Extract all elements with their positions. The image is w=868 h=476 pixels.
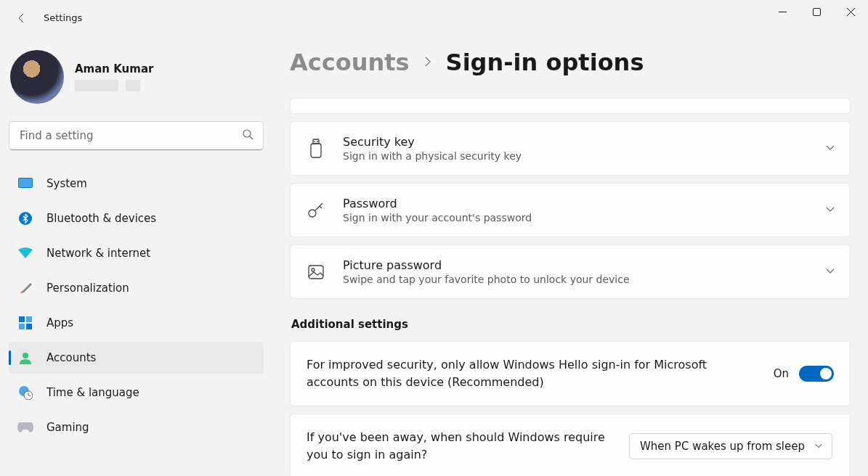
sidebar-item-apps[interactable]: Apps	[9, 307, 264, 339]
close-button[interactable]	[834, 0, 868, 23]
option-subtitle: Sign in with a physical security key	[343, 150, 809, 162]
bluetooth-icon	[17, 210, 33, 226]
signin-option-picture-password[interactable]: Picture password Swipe and tap your favo…	[290, 245, 851, 299]
sidebar-item-label: Network & internet	[46, 247, 150, 260]
signin-option-security-key[interactable]: Security key Sign in with a physical sec…	[290, 121, 851, 176]
breadcrumb-parent[interactable]: Accounts	[290, 49, 410, 76]
signin-option-collapsed-prev[interactable]	[290, 98, 851, 114]
paintbrush-icon	[17, 280, 33, 296]
avatar	[10, 50, 64, 104]
hello-only-toggle[interactable]	[799, 366, 834, 382]
svg-point-13	[23, 353, 28, 358]
svg-rect-12	[26, 324, 32, 329]
back-button[interactable]	[10, 7, 33, 30]
system-icon	[17, 176, 33, 192]
svg-rect-7	[19, 178, 32, 187]
usb-key-icon	[305, 138, 327, 160]
profile-info: Aman Kumar	[75, 62, 153, 91]
toggle-wrap: On	[774, 366, 834, 382]
option-subtitle: Swipe and tap your favorite photo to unl…	[343, 274, 809, 285]
wifi-icon	[17, 245, 33, 261]
svg-point-22	[312, 268, 315, 271]
arrow-left-icon	[16, 12, 28, 24]
additional-settings-heading: Additional settings	[291, 318, 851, 331]
profile-name: Aman Kumar	[75, 62, 153, 75]
clock-globe-icon	[17, 385, 33, 401]
setting-text: If you've been away, when should Windows…	[307, 429, 612, 464]
sidebar-item-accounts[interactable]: Accounts	[9, 342, 264, 374]
sidebar: Aman Kumar System Bluetooth & devices	[0, 36, 272, 476]
maximize-icon	[813, 8, 821, 16]
svg-point-20	[309, 210, 316, 217]
window-title: Settings	[44, 12, 82, 23]
search-wrap	[9, 121, 264, 150]
sidebar-item-personalization[interactable]: Personalization	[9, 272, 264, 304]
minimize-icon	[779, 8, 787, 16]
sidebar-item-label: Personalization	[46, 282, 129, 295]
svg-rect-16	[313, 139, 319, 144]
svg-rect-17	[311, 144, 321, 157]
toggle-state-label: On	[774, 367, 789, 380]
chevron-down-icon	[825, 265, 835, 279]
picture-icon	[305, 261, 327, 283]
svg-rect-10	[26, 316, 32, 322]
sidebar-item-gaming[interactable]: Gaming	[9, 411, 264, 443]
option-title: Password	[343, 197, 809, 210]
search-input[interactable]	[9, 121, 264, 150]
chevron-down-icon	[814, 440, 823, 453]
sidebar-item-label: Apps	[46, 316, 73, 329]
chevron-right-icon	[423, 56, 433, 70]
svg-rect-11	[19, 324, 25, 329]
chevron-down-icon	[825, 141, 835, 155]
option-subtitle: Sign in with your account's password	[343, 212, 809, 223]
person-icon	[17, 350, 33, 366]
sidebar-item-bluetooth[interactable]: Bluetooth & devices	[9, 202, 264, 234]
sidebar-item-system[interactable]: System	[9, 168, 264, 200]
window-controls	[766, 0, 868, 23]
option-title: Picture password	[343, 258, 809, 272]
sidebar-item-time-language[interactable]: Time & language	[9, 377, 264, 409]
sidebar-item-label: Gaming	[46, 421, 89, 434]
option-title: Security key	[343, 135, 809, 149]
signin-option-password[interactable]: Password Sign in with your account's pas…	[290, 183, 851, 237]
main-content: Accounts Sign-in options Security key Si…	[272, 36, 868, 476]
gamepad-icon	[17, 419, 33, 435]
hello-only-setting: For improved security, only allow Window…	[290, 341, 851, 406]
profile-email-redacted	[75, 80, 153, 91]
minimize-button[interactable]	[766, 0, 800, 23]
search-icon	[242, 128, 253, 143]
nav: System Bluetooth & devices Network & int…	[9, 168, 264, 443]
sidebar-item-network[interactable]: Network & internet	[9, 237, 264, 269]
require-signin-select[interactable]: When PC wakes up from sleep	[629, 433, 832, 459]
sidebar-item-label: Bluetooth & devices	[46, 212, 156, 225]
setting-text: For improved security, only allow Window…	[307, 356, 756, 391]
key-icon	[305, 200, 327, 221]
svg-rect-1	[814, 8, 821, 15]
maximize-button[interactable]	[800, 0, 834, 23]
sidebar-item-label: Accounts	[46, 351, 96, 364]
close-icon	[847, 8, 855, 16]
sidebar-item-label: System	[46, 177, 87, 190]
svg-rect-9	[19, 316, 25, 322]
titlebar: Settings	[0, 0, 868, 36]
svg-line-5	[250, 136, 253, 139]
sidebar-item-label: Time & language	[46, 386, 139, 399]
select-value: When PC wakes up from sleep	[640, 440, 805, 453]
chevron-down-icon	[825, 203, 835, 217]
apps-icon	[17, 315, 33, 331]
require-signin-setting: If you've been away, when should Windows…	[290, 414, 851, 476]
profile[interactable]: Aman Kumar	[9, 50, 264, 104]
svg-rect-21	[309, 266, 323, 279]
page-title: Sign-in options	[446, 49, 644, 76]
breadcrumb: Accounts Sign-in options	[290, 49, 851, 76]
svg-point-4	[243, 130, 251, 137]
